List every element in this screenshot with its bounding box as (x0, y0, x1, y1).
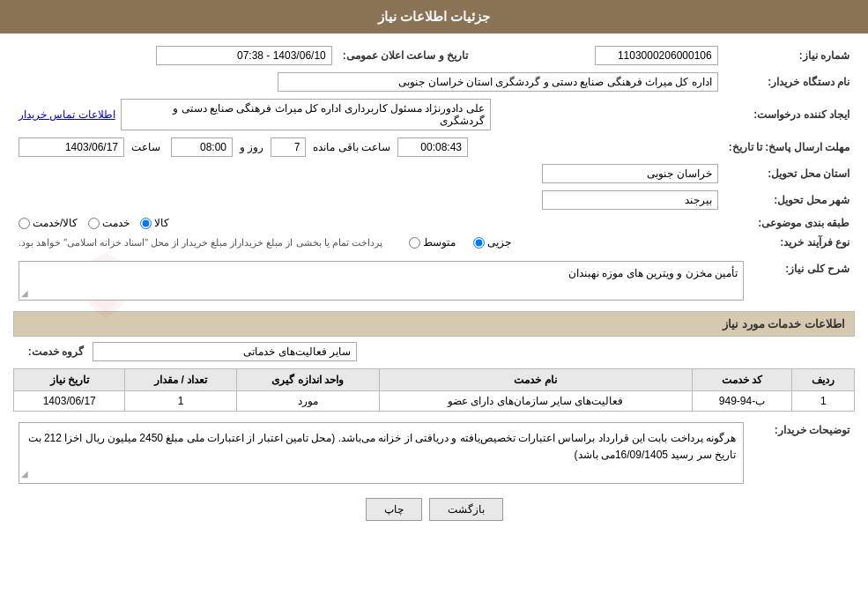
button-bar: بازگشت چاپ (13, 498, 855, 521)
buyer-notes-textarea: هرگونه پرداخت بابت این قرارداد براساس اع… (19, 422, 744, 484)
category-kala[interactable]: کالا (140, 217, 169, 229)
send-date-input: 1403/06/17 (19, 137, 124, 157)
need-number-value: 1103000206000106 (491, 42, 723, 69)
table-cell: 1 (792, 391, 855, 412)
table-cell: مورد (236, 391, 379, 412)
page-header: جزئیات اطلاعات نیاز (0, 0, 868, 33)
table-cell: ب-94-949 (692, 391, 792, 412)
category-kala-label: کالا (154, 217, 169, 229)
purchase-type-radio-group: جزیی متوسط پرداخت تمام یا بخشی از مبلغ خ… (19, 236, 718, 249)
resize-handle[interactable]: ◢ (21, 288, 28, 298)
page-title: جزئیات اطلاعات نیاز (378, 9, 490, 24)
purchase-type-jozi[interactable]: جزیی (473, 236, 511, 249)
need-number-input: 1103000206000106 (595, 46, 718, 65)
category-radio-group: کالا/خدمت خدمت کالا (19, 217, 718, 229)
category-khidmat-radio[interactable] (88, 218, 100, 229)
table-cell: 1403/06/17 (14, 391, 125, 412)
table-row: 1ب-94-949فعالیت‌های سایر سازمان‌های دارا… (14, 391, 855, 412)
buyer-notes-text: هرگونه پرداخت بابت این قرارداد براساس اع… (28, 432, 736, 461)
send-remaining-input: 00:08:43 (397, 137, 468, 157)
notes-resize-handle[interactable]: ◢ (21, 467, 28, 481)
purchase-motavasset-radio[interactable] (409, 237, 420, 249)
announce-date-label: تاریخ و ساعت اعلان عمومی: (338, 42, 473, 69)
table-cell: فعالیت‌های سایر سازمان‌های دارای عضو (379, 391, 692, 412)
service-group-row: گروه خدمت: سایر فعالیت‌های خدماتی (13, 342, 855, 361)
purchase-type-motavasset[interactable]: متوسط (409, 236, 456, 249)
category-kala-khidmat[interactable]: کالا/خدمت (19, 217, 78, 229)
buyer-org-input: اداره کل میراث فرهنگی صنایع دستی و گردشگ… (278, 72, 718, 92)
send-time-input: 08:00 (171, 137, 233, 157)
print-button[interactable]: چاپ (366, 498, 422, 521)
col-date: تاریخ نیاز (14, 369, 125, 391)
purchase-jozi-label: جزیی (487, 236, 511, 249)
col-row-num: ردیف (792, 369, 855, 391)
category-kala-radio[interactable] (140, 218, 152, 229)
category-khidmat[interactable]: خدمت (88, 217, 130, 229)
purchase-type-label: نوع فرآیند خرید: (723, 233, 855, 252)
col-unit: واحد اندازه گیری (236, 369, 379, 391)
service-group-input: سایر فعالیت‌های خدماتی (93, 342, 357, 361)
city-label: شهر محل تحویل: (723, 187, 855, 213)
purchase-jozi-radio[interactable] (473, 237, 485, 249)
category-kala-khidmat-label: کالا/خدمت (33, 217, 78, 229)
creator-input: علی دادورنژاد مسئول کاربرداری اداره کل م… (121, 99, 491, 130)
service-group-label: گروه خدمت: (13, 345, 84, 358)
creator-contact-link[interactable]: اطلاعات تماس خریدار (19, 108, 115, 121)
purchase-note: پرداخت تمام یا بخشی از مبلغ خریداراز مبل… (19, 237, 382, 249)
services-table: ردیف کد خدمت نام خدمت واحد اندازه گیری ت… (13, 368, 855, 412)
category-khidmat-label: خدمت (102, 217, 130, 229)
announce-date-value: 1403/06/10 - 07:38 (13, 42, 338, 69)
category-label: طبقه بندی موضوعی: (723, 213, 855, 233)
description-text: تأمین مخزن و ویترین های موزه نهبندان (568, 267, 738, 279)
buyer-org-label: نام دستگاه خریدار: (723, 69, 855, 95)
send-days-input: 7 (271, 137, 306, 157)
creator-label: ایجاد کننده درخواست: (723, 95, 855, 134)
send-days-label: روز و (240, 141, 263, 153)
announce-date-input: 1403/06/10 - 07:38 (156, 46, 332, 65)
col-service-code: کد خدمت (692, 369, 792, 391)
table-cell: 1 (125, 391, 236, 412)
send-remaining-label: ساعت باقی مانده (313, 141, 390, 153)
description-textarea: تأمین مخزن و ویترین های موزه نهبندان ◢ (19, 261, 744, 301)
send-deadline-label: مهلت ارسال پاسخ: تا تاریخ: (723, 134, 855, 160)
back-button[interactable]: بازگشت (429, 498, 503, 521)
province-input: خراسان جنوبی (542, 164, 718, 183)
col-service-name: نام خدمت (379, 369, 692, 391)
send-time-label: ساعت (131, 141, 160, 153)
buyer-notes-label: توضیحات خریدار: (749, 419, 855, 487)
purchase-motavasset-label: متوسط (423, 236, 456, 249)
city-input: بیرجند (542, 190, 718, 210)
province-label: استان محل تحویل: (723, 160, 855, 187)
description-label: شرح کلی نیاز: (749, 257, 855, 304)
need-number-label: شماره نیاز: (723, 42, 855, 69)
category-kala-khidmat-radio[interactable] (19, 218, 30, 229)
col-quantity: تعداد / مقدار (125, 369, 236, 391)
